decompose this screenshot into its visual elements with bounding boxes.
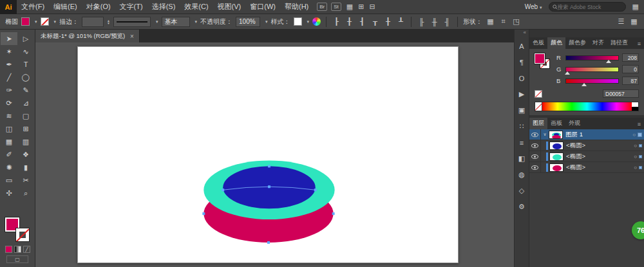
links-panel-icon[interactable]: ∷ [514,118,529,134]
workspace-switcher[interactable]: Web▾ [525,3,542,10]
width-profile-dropdown[interactable] [113,17,151,27]
chevron-down-icon[interactable]: ▾ [265,19,268,24]
object-name[interactable]: <椭圆> [566,142,585,150]
selection-indicator[interactable] [638,133,642,137]
hand-tool[interactable]: ✣ [1,187,17,199]
stock-search[interactable] [549,2,626,12]
stroke-swatch[interactable] [15,228,30,242]
gradient-tool[interactable]: ▥ [17,135,34,148]
blue-value-field[interactable]: 87 [622,77,639,85]
panel-menu-icon[interactable]: ≡ [634,121,644,129]
menu-view[interactable]: 视图(V) [213,0,246,14]
color-spectrum[interactable] [535,102,639,111]
panel-grid-icon[interactable]: ▦ [629,17,639,26]
distribute-center-icon[interactable]: ╫ [430,18,439,26]
tab-align[interactable]: 对齐 [589,37,607,49]
screen-mode-button[interactable]: ▢ [6,255,28,263]
search-input[interactable] [558,4,622,10]
object-name[interactable]: <椭圆> [566,152,585,161]
stroke-width-stepper[interactable]: ▲▼ [107,19,110,24]
transparency-panel-icon[interactable]: ◍ [514,167,529,183]
chevron-down-icon[interactable]: ∨ [541,132,549,137]
opacity-field[interactable]: 100% [236,17,260,27]
paragraph-panel-icon[interactable]: ¶ [514,54,529,70]
anchor-point[interactable] [267,241,270,244]
eye-icon[interactable] [531,154,538,159]
recolor-artwork-icon[interactable] [312,17,321,26]
arrange-documents-icon[interactable]: ▦ [346,3,353,11]
visibility-cell[interactable] [529,140,541,151]
slider-handle[interactable] [565,71,570,75]
stroke-width-field[interactable] [82,17,104,27]
eye-icon[interactable] [531,133,538,137]
menu-help[interactable]: 帮助(H) [280,0,313,14]
scale-tool[interactable]: ⊿ [17,97,34,109]
eyedropper-tool[interactable]: ✐ [1,148,17,161]
tab-color-guide[interactable]: 颜色参 [565,37,589,49]
artboard[interactable] [77,46,459,263]
tab-pathfinder[interactable]: 路径查 [607,37,631,49]
type-tool[interactable]: T [17,58,34,71]
tab-swatches[interactable]: 色板 [529,37,547,49]
style-swatch[interactable] [294,17,302,26]
free-transform-tool[interactable]: ▢ [17,109,34,122]
menu-select[interactable]: 选择(S) [147,0,180,14]
spectrum-bw-swatches[interactable] [632,102,638,111]
object-row[interactable]: <椭圆> ○ [529,162,644,173]
stock-badge[interactable]: St [331,3,341,11]
anchor-point[interactable] [202,212,205,215]
bridge-badge[interactable]: Br [317,3,327,11]
opentype-panel-icon[interactable]: O [514,70,529,86]
target-icon[interactable]: ○ [632,132,636,138]
chevron-down-icon[interactable]: ▾ [195,19,198,24]
chevron-down-icon[interactable]: ▾ [54,19,57,24]
selection-indicator[interactable] [639,144,642,147]
magic-wand-tool[interactable]: ✶ [1,45,17,58]
anchor-point[interactable] [268,165,270,167]
selection-tool[interactable]: ➤ [1,32,17,45]
green-slider[interactable] [565,67,619,72]
artboard-tool[interactable]: ▭ [1,174,17,187]
object-row[interactable]: <椭圆> ○ [529,151,644,162]
visibility-cell[interactable] [529,151,541,161]
tab-appearance[interactable]: 外观 [565,118,583,129]
symbol-sprayer-tool[interactable]: ✺ [1,161,17,174]
visibility-cell[interactable] [529,129,541,140]
width-tool[interactable]: ≋ [1,109,17,122]
zoom-tool[interactable]: ⌕ [17,187,34,199]
chevron-down-icon[interactable]: ▾ [156,19,158,24]
fill-indicator[interactable] [535,53,545,64]
align-left-icon[interactable]: ┠ [332,17,341,26]
none-color-swatch[interactable] [535,90,542,98]
anchor-point[interactable] [314,189,317,191]
symbols-panel-icon[interactable]: ◇ [514,183,529,199]
align-center-h-icon[interactable]: ╂ [345,17,354,26]
lasso-tool[interactable]: ∿ [17,45,34,58]
anchor-point[interactable] [332,212,335,215]
direct-selection-tool[interactable]: ▷ [17,32,34,45]
menu-object[interactable]: 对象(O) [82,0,115,14]
blue-slider[interactable] [565,78,619,84]
stroke-panel-icon[interactable]: ≡ [514,134,529,151]
hex-value-field[interactable]: D00057 [603,89,639,98]
chevron-down-icon[interactable]: ▾ [35,19,37,24]
none-mode-button[interactable]: ╱ [23,246,30,253]
perspective-grid-tool[interactable]: ⊞ [17,122,34,135]
layer-row[interactable]: ∨ 图层 1 ○ [529,129,644,140]
blend-tool[interactable]: ❖ [17,148,34,161]
align-bottom-icon[interactable]: ┸ [396,17,406,26]
menu-type[interactable]: 文字(T) [115,0,147,14]
device-icon[interactable]: ⊟ [369,3,375,11]
gradient-panel-icon[interactable]: ◧ [514,151,529,167]
grid-icon[interactable]: ⌗ [498,17,508,26]
tab-layers[interactable]: 图层 [529,118,547,129]
panel-menu-icon[interactable]: ☰ [616,17,626,26]
character-panel-icon[interactable]: A [514,38,529,54]
target-icon[interactable]: ○ [634,154,637,160]
pencil-tool[interactable]: ✎ [17,84,34,97]
isolate-icon[interactable]: ◳ [511,17,521,26]
object-name[interactable]: <椭圆> [566,163,585,172]
target-icon[interactable]: ○ [634,165,637,170]
pen-tool[interactable]: ✒ [1,58,17,71]
slice-tool[interactable]: ✂ [17,174,34,187]
